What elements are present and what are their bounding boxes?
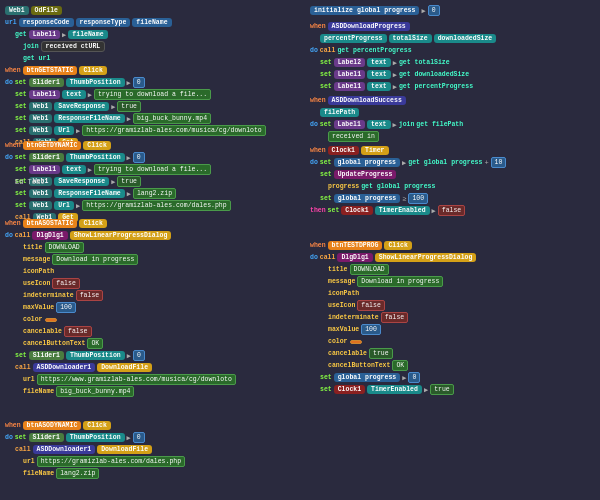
web1-label: Web1 bbox=[5, 6, 29, 15]
clock1-test: Clock1 bbox=[334, 385, 365, 394]
trying-text2: trying to download a file... bbox=[94, 164, 211, 175]
val-0-asod: 0 bbox=[133, 432, 145, 443]
indeterminate-false: false bbox=[76, 290, 104, 301]
thumb-pos-asod: ThumbPosition bbox=[66, 433, 125, 442]
response-filename2: ResponseFileName bbox=[54, 189, 124, 198]
val-0b: 0 bbox=[133, 152, 145, 163]
show-progress2: ShowLinearProgressDialog bbox=[375, 253, 477, 262]
btn-get-static: btnGETSTATIC bbox=[23, 66, 78, 75]
main-canvas: Web1 OdFile url responseCode responseTyp… bbox=[0, 0, 600, 500]
timer-event: Timer bbox=[361, 146, 389, 155]
btn-get-dynamic: btnGETDYNAMIC bbox=[23, 141, 82, 150]
clock1-timer-block: when Clock1 Timer do set global progress… bbox=[310, 145, 506, 216]
initialize-label: initialize global progress bbox=[310, 6, 419, 15]
asd-dl-success: ASDDownloadSuccess bbox=[328, 96, 406, 105]
label1-text: Label1 bbox=[29, 90, 60, 99]
text-prop-r2: text bbox=[367, 70, 391, 79]
cancelable-true: true bbox=[369, 348, 393, 359]
text-success: text bbox=[367, 120, 391, 129]
downloaded-size: downloadedSize bbox=[434, 34, 497, 43]
global-progress2: global progress bbox=[334, 194, 401, 203]
static-url: https://gramizlab-ales.com/musica/cg/dow… bbox=[82, 125, 266, 136]
msg-progress: Download in progress bbox=[52, 254, 138, 265]
lang2-filename: lang2.zip bbox=[133, 188, 176, 199]
true-val: true bbox=[117, 101, 141, 112]
ok-text2: OK bbox=[392, 360, 408, 371]
click-event2: Click bbox=[83, 141, 111, 150]
true-timer: true bbox=[430, 384, 454, 395]
label2-set: Label2 bbox=[334, 58, 365, 67]
label1-set-r2: Label1 bbox=[334, 82, 365, 91]
btn-aso-static-block: when btnASOSTATIC Click do call DlgDlg1 … bbox=[5, 218, 236, 397]
use-icon-false: false bbox=[52, 278, 80, 289]
response-code: responseCode bbox=[19, 18, 74, 27]
web1-save: Web1 bbox=[29, 102, 53, 111]
url-prop: Url bbox=[54, 126, 74, 135]
color-box bbox=[45, 318, 57, 322]
click-event5: Click bbox=[83, 421, 111, 430]
ed-teat-label: Ed Teat bbox=[15, 178, 44, 186]
save-response: SaveResponse bbox=[54, 102, 109, 111]
title-download2: DOWNLOAD bbox=[350, 264, 389, 275]
asd-download-progress-block: initialize global progress ▶ 0 when ASDD… bbox=[310, 5, 496, 92]
label1-set-r: Label1 bbox=[334, 70, 365, 79]
bunny-mp4: big_buck_bunny.mp4 bbox=[56, 386, 134, 397]
url-prop2: Url bbox=[54, 201, 74, 210]
clock1-set: Clock1 bbox=[341, 206, 372, 215]
val-0-aso: 0 bbox=[133, 350, 145, 361]
show-progress: ShowLinearProgressDialog bbox=[70, 231, 172, 240]
thumb-pos2: ThumbPosition bbox=[66, 153, 125, 162]
trying-text: trying to download a file... bbox=[94, 89, 211, 100]
msg-progress2: Download in progress bbox=[357, 276, 443, 287]
dlg-dialog1: DlgDlg1 bbox=[32, 231, 67, 240]
dynamic-url: https://gramizlab-ales.com/dales.php bbox=[82, 200, 230, 211]
thumb-pos: ThumbPosition bbox=[66, 78, 125, 87]
static-url2: https://www.gramizlab-ales.com/musica/cg… bbox=[37, 374, 236, 385]
percent-progress: percentProgress bbox=[320, 34, 387, 43]
use-icon-false2: false bbox=[357, 300, 385, 311]
dlg-update: UpdateProgress bbox=[334, 170, 397, 179]
text-prop: text bbox=[62, 90, 86, 99]
text-prop-r3: text bbox=[367, 82, 391, 91]
cancelable-false: false bbox=[64, 326, 92, 337]
response-filename: ResponseFileName bbox=[54, 114, 124, 123]
val-0: 0 bbox=[133, 77, 145, 88]
web1-filename2: Web1 bbox=[29, 189, 53, 198]
received-in: received in bbox=[328, 131, 379, 142]
slider1-aso: Slider1 bbox=[29, 351, 64, 360]
indeterminate-false2: false bbox=[381, 312, 409, 323]
global-progress3: global progress bbox=[334, 373, 401, 382]
response-type: responseType bbox=[76, 18, 131, 27]
web1-url2: Web1 bbox=[29, 201, 53, 210]
click-event: Click bbox=[79, 66, 107, 75]
asd-download-success-block: when ASDDownloadSuccess filePath do set … bbox=[310, 95, 463, 142]
asd-dl-progress: ASDDownloadProgress bbox=[328, 22, 410, 31]
true-val2: true bbox=[117, 176, 141, 187]
false-timer: false bbox=[438, 205, 466, 216]
odfile-label: OdFile bbox=[31, 6, 62, 15]
bunny-filename: big_buck_bunny.mp4 bbox=[133, 113, 211, 124]
max-100b: 100 bbox=[361, 324, 381, 335]
filename-join: fileName bbox=[68, 30, 107, 39]
text-prop2: text bbox=[62, 165, 86, 174]
web1-filename: Web1 bbox=[29, 114, 53, 123]
web1-block: Web1 OdFile url responseCode responseTyp… bbox=[5, 5, 172, 64]
plus-10: 10 bbox=[491, 157, 507, 168]
lang2-zip: lang2.zip bbox=[56, 468, 99, 479]
btn-aso-static: btnASOSTATIC bbox=[23, 219, 78, 228]
download-file2: DownloadFile bbox=[97, 445, 152, 454]
btn-get-static-block: when btnGETSTATIC Click do set Slider1 T… bbox=[5, 65, 266, 148]
save-response2: SaveResponse bbox=[54, 177, 109, 186]
asd-downloader: ASDDownloader1 bbox=[33, 363, 96, 372]
received-curl: received ctURL bbox=[41, 41, 106, 52]
global-progress: global progress bbox=[334, 158, 401, 167]
ok-text: OK bbox=[87, 338, 103, 349]
click-event3: Click bbox=[79, 219, 107, 228]
label1-text2: Label1 bbox=[29, 165, 60, 174]
btn-test-dprog: btnTESTDPROG bbox=[328, 241, 383, 250]
label1-get: Label1 bbox=[29, 30, 60, 39]
title-download: DOWNLOAD bbox=[45, 242, 84, 253]
text-prop-r1: text bbox=[367, 58, 391, 67]
web1-url: Web1 bbox=[29, 126, 53, 135]
slider1-ref2: Slider1 bbox=[29, 153, 64, 162]
